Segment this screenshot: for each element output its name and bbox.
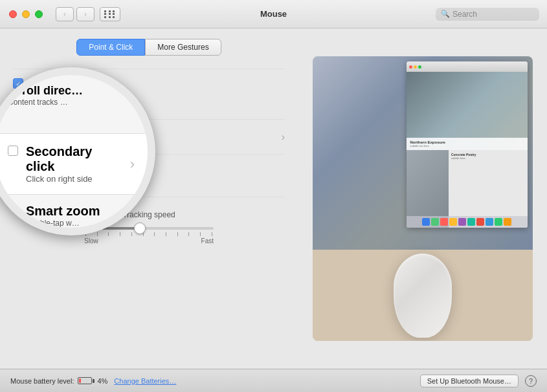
setup-bluetooth-button[interactable]: Set Up Bluetooth Mouse… <box>420 375 519 387</box>
tracking-slider-container: Slow Fast <box>84 227 214 245</box>
slider-ticks <box>84 232 214 236</box>
pw-min <box>414 65 417 69</box>
preview-window: Northern Exposure subtitle text here Con… <box>407 61 528 228</box>
battery-body <box>78 377 92 384</box>
bottom-bar: Mouse battery level: 4% Change Batteries… <box>0 369 547 392</box>
slider-slow-label: Slow <box>84 237 98 245</box>
window-title: Mouse <box>260 9 287 19</box>
battery-percentage: 4% <box>97 377 107 385</box>
mag-scroll-sub: Content tracks … <box>8 98 135 107</box>
main-content: Point & Click More Gestures Scroll direc… <box>0 28 547 369</box>
mag-secondary-checkbox <box>8 146 18 156</box>
search-box[interactable]: 🔍 Search <box>436 8 539 21</box>
navigation-buttons: ‹ › <box>43 7 120 21</box>
back-button[interactable]: ‹ <box>56 7 74 21</box>
left-panel: Point & Click More Gestures Scroll direc… <box>0 28 298 369</box>
dock-icon-5 <box>458 218 466 226</box>
help-button[interactable]: ? <box>525 375 537 387</box>
grid-icon <box>104 10 116 18</box>
card-title-overlay: Northern Exposure subtitle text here <box>407 138 528 150</box>
search-icon: 🔍 <box>441 10 450 18</box>
magnifier: Scroll direc… Content tracks … Secondary… <box>0 67 155 235</box>
battery-label: Mouse battery level: <box>10 377 74 385</box>
mag-secondary-sub: Click on right side <box>26 174 122 184</box>
minimize-button[interactable] <box>22 10 30 18</box>
right-panel: Northern Exposure subtitle text here Con… <box>298 28 547 369</box>
mag-secondary-text: Secondary click Click on right side <box>26 144 122 184</box>
titlebar: ‹ › Mouse 🔍 Search <box>0 0 547 28</box>
card-top-subtitle: subtitle text here <box>410 144 524 147</box>
chevron-right-icon: › <box>84 10 87 19</box>
grid-button[interactable] <box>100 7 120 21</box>
mag-smart-title: Smart zoom <box>26 204 135 219</box>
dock-icon-9 <box>495 218 502 226</box>
dock-icon-3 <box>440 218 448 226</box>
battery-fill <box>79 378 81 383</box>
dock-icon-6 <box>467 218 475 226</box>
mag-smart-sub: Double-tap w… <box>26 219 135 228</box>
mouse-shape <box>394 254 452 338</box>
mouse-image-area <box>313 250 533 341</box>
mag-scroll-dir: Scroll direc… Content tracks … <box>8 84 135 107</box>
preview-window-titlebar <box>407 61 528 72</box>
mouse-preview: Northern Exposure subtitle text here Con… <box>313 56 533 341</box>
mag-secondary-title: Secondary click <box>26 144 122 174</box>
card-bottom-sub: subtitle here <box>451 157 476 160</box>
pw-max <box>418 65 421 69</box>
window-controls <box>0 10 43 18</box>
battery-icon <box>78 377 95 384</box>
search-placeholder: Search <box>452 10 477 19</box>
pw-close <box>409 65 412 69</box>
mag-scroll-title: Scroll direc… <box>8 84 135 98</box>
dock-icon-10 <box>504 218 511 226</box>
battery-tip <box>93 379 95 383</box>
tab-more-gestures[interactable]: More Gestures <box>145 39 221 56</box>
forward-button[interactable]: › <box>76 7 95 21</box>
slider-fast-label: Fast <box>201 237 214 245</box>
preview-dock <box>407 216 528 228</box>
preview-card-top: Northern Exposure subtitle text here <box>407 72 528 150</box>
mag-smart-checkbox <box>8 205 18 215</box>
preview-desktop: Northern Exposure subtitle text here Con… <box>313 56 533 250</box>
change-batteries-button[interactable]: Change Batteries… <box>114 377 176 385</box>
tab-point-click[interactable]: Point & Click <box>76 39 145 56</box>
tabs-container: Point & Click More Gestures <box>13 39 285 56</box>
mag-secondary-arrow: › <box>130 156 135 173</box>
mag-secondary-click: Secondary click Click on right side › <box>0 133 148 195</box>
dock-icon-4 <box>449 218 457 226</box>
maximize-button[interactable] <box>35 10 43 18</box>
magnifier-inner: Scroll direc… Content tracks … Secondary… <box>0 75 148 228</box>
preview-window-content: Northern Exposure subtitle text here Con… <box>407 72 528 228</box>
slider-labels: Slow Fast <box>84 237 214 245</box>
card-bottom-title: Concrete Poetry <box>451 153 476 157</box>
mag-smart-text: Smart zoom Double-tap w… <box>26 204 135 228</box>
dock-icon-7 <box>476 218 484 226</box>
mag-smart-zoom: Smart zoom Double-tap w… <box>0 195 148 228</box>
close-button[interactable] <box>9 10 17 18</box>
secondary-click-arrow: › <box>282 131 285 143</box>
dock-icon-8 <box>486 218 493 226</box>
dock-icon-2 <box>431 218 439 226</box>
dock-icon-1 <box>422 218 430 226</box>
chevron-left-icon: ‹ <box>63 10 66 19</box>
